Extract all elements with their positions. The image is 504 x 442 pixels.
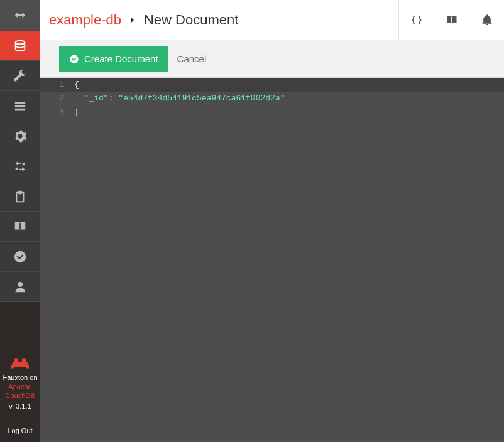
create-document-label: Create Document [84, 53, 158, 64]
check-circle-icon [13, 250, 27, 264]
page-header: example-db New Document [40, 0, 504, 40]
nav-toggle-width[interactable] [0, 0, 40, 30]
code-cell[interactable]: "_id": "e54d7f34d54191c5ea947ca61f002d2a… [70, 92, 504, 105]
editor-line[interactable]: 1 { [40, 78, 504, 92]
line-number: 2 [40, 92, 70, 105]
nav-permissions[interactable] [0, 241, 40, 271]
nav-login[interactable] [0, 271, 40, 301]
create-document-button[interactable]: Create Document [59, 46, 168, 72]
chevron-right-icon [129, 16, 136, 24]
book-open-icon [13, 220, 27, 234]
line-number: 3 [40, 105, 70, 119]
svg-rect-1 [14, 358, 18, 363]
nav-spacer [0, 301, 40, 344]
user-icon [13, 280, 27, 294]
doc-toolbar: Create Document Cancel [40, 40, 504, 78]
nav-documentation[interactable] [0, 211, 40, 241]
code-cell[interactable]: { [70, 78, 504, 92]
nav-config[interactable] [0, 121, 40, 151]
footer-product: Fauxton on [1, 373, 39, 382]
logout-link[interactable]: Log Out [1, 426, 39, 436]
gear-icon [13, 129, 27, 143]
page-title: New Document [144, 12, 238, 28]
line-number: 1 [40, 78, 70, 92]
wrench-icon [13, 69, 27, 83]
editor-line[interactable]: 3 } [40, 105, 504, 119]
json-value: "e54d7f34d54191c5ea947ca61f002d2a" [118, 94, 285, 103]
footer-vendor-2: CouchDB [1, 391, 39, 401]
nav-replication[interactable] [0, 151, 40, 181]
breadcrumb: example-db New Document [40, 12, 238, 28]
replication-icon [13, 159, 27, 173]
nav-footer: Fauxton on Apache CouchDB v. 3.1.1 Log O… [0, 344, 40, 442]
footer-version: v. 3.1.1 [1, 402, 39, 411]
couchdb-logo-icon [11, 355, 29, 369]
svg-rect-4 [26, 365, 29, 369]
api-url-button[interactable] [398, 0, 434, 40]
cancel-button[interactable]: Cancel [177, 53, 207, 64]
check-circle-icon [69, 54, 79, 64]
database-icon [13, 39, 27, 53]
header-actions [398, 0, 504, 40]
primary-nav: Fauxton on Apache CouchDB v. 3.1.1 Log O… [0, 0, 40, 442]
nav-databases[interactable] [0, 30, 40, 60]
arrows-horizontal-icon [13, 8, 27, 22]
tasks-icon [13, 99, 27, 113]
braces-icon [410, 14, 423, 26]
nav-setup[interactable] [0, 60, 40, 90]
svg-rect-3 [11, 365, 14, 369]
code-cell[interactable]: } [70, 105, 504, 119]
editor-line[interactable]: 2 "_id": "e54d7f34d54191c5ea947ca61f002d… [40, 92, 504, 105]
nav-active-tasks[interactable] [0, 90, 40, 121]
clipboard-icon [13, 190, 27, 203]
footer-vendor-1: Apache [1, 382, 39, 392]
json-editor[interactable]: 1 { 2 "_id": "e54d7f34d54191c5ea947ca61f… [40, 78, 504, 442]
notifications-button[interactable] [469, 0, 504, 40]
breadcrumb-database-link[interactable]: example-db [49, 12, 121, 28]
book-open-icon [446, 14, 458, 26]
docs-button[interactable] [434, 0, 469, 40]
svg-rect-2 [22, 358, 26, 363]
json-key: "_id" [84, 94, 109, 103]
nav-verify[interactable] [0, 181, 40, 211]
bell-icon [481, 14, 493, 26]
